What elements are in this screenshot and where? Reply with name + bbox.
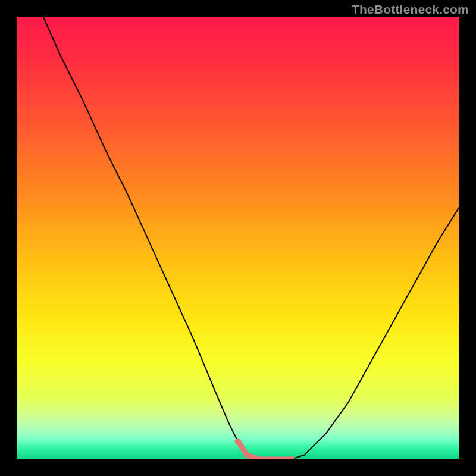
bottleneck-curve: [43, 17, 459, 459]
plot-area: [17, 17, 459, 459]
curve-layer: [17, 17, 459, 459]
optimal-region-highlight: [238, 441, 291, 459]
watermark-text: TheBottleneck.com: [352, 2, 469, 17]
chart-frame: TheBottleneck.com: [0, 0, 476, 476]
optimal-region-dot: [235, 439, 242, 445]
optimal-region-dot: [288, 456, 295, 460]
